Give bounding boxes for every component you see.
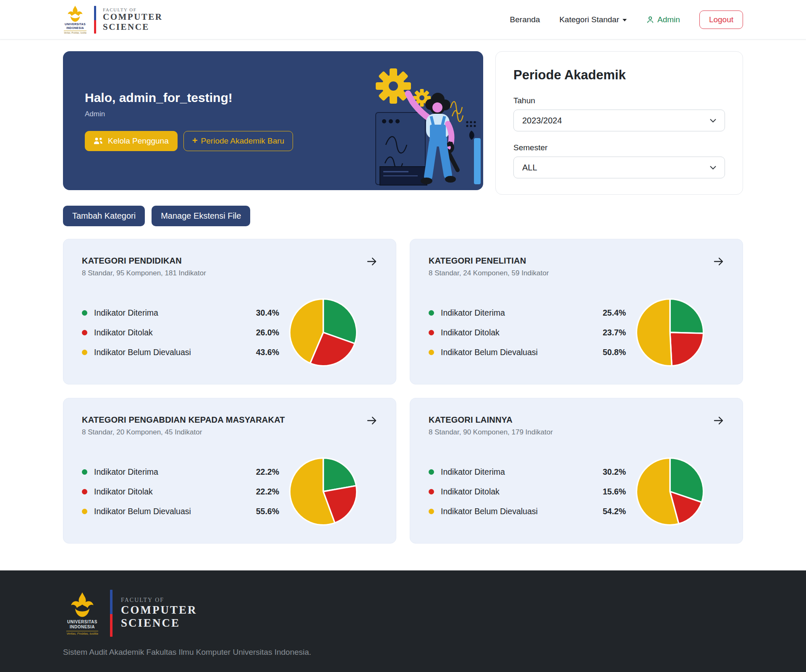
person-icon (646, 16, 654, 24)
faculty-name-line1: COMPUTER (121, 604, 197, 617)
univ-motto: Veritas, Probitas, Iustitia (64, 31, 86, 34)
periode-akademik-baru-button[interactable]: + Periode Akademik Baru (183, 131, 293, 151)
periode-akademik-card: Periode Akademik Tahun 2023/2024 Semeste… (495, 51, 743, 195)
hero-illustration (367, 64, 481, 190)
legend-label: Indikator Diterima (94, 467, 256, 477)
legend-item: Indikator Ditolak26.0% (82, 328, 279, 337)
legend-value: 25.4% (603, 308, 626, 318)
category-subtitle: 8 Standar, 24 Komponen, 59 Indikator (429, 269, 549, 277)
kelola-pengguna-button[interactable]: Kelola Pengguna (85, 131, 178, 151)
periode-title: Periode Akademik (513, 68, 725, 83)
category-card-lainnya: KATEGORI LAINNYA 8 Standar, 90 Komponen,… (410, 398, 743, 544)
category-title: KATEGORI PENELITIAN (429, 256, 549, 266)
legend-label: Indikator Diterima (94, 308, 256, 318)
faculty-of-label: FACULTY OF (121, 597, 197, 604)
legend-dot-yellow (429, 509, 434, 514)
legend-dot-red (429, 489, 434, 494)
hero-role: Admin (85, 110, 293, 118)
legend-label: Indikator Diterima (441, 308, 603, 318)
nav-kategori-standar[interactable]: Kategori Standar (559, 15, 627, 24)
tahun-value: 2023/2024 (522, 116, 562, 126)
legend-item: Indikator Belum Dievaluasi55.6% (82, 507, 279, 516)
univ-name-line2: INDONESIA (70, 625, 95, 629)
app-header: UNIVERSITASINDONESIA Veritas, Probitas, … (0, 0, 806, 39)
legend-item: Indikator Ditolak22.2% (82, 487, 279, 497)
legend-value: 55.6% (256, 507, 279, 516)
legend-item: Indikator Belum Dievaluasi54.2% (429, 507, 626, 516)
category-card-penelitian: KATEGORI PENELITIAN 8 Standar, 24 Kompon… (410, 239, 743, 384)
arrow-right-icon[interactable] (713, 257, 724, 266)
pie-chart (635, 457, 705, 526)
brand-logo[interactable]: UNIVERSITASINDONESIA Veritas, Probitas, … (63, 5, 163, 34)
univ-name-line2: INDONESIA (66, 26, 84, 29)
chevron-down-icon (710, 119, 716, 123)
legend-dot-green (82, 310, 87, 316)
pie-chart (288, 298, 358, 367)
category-subtitle: 8 Standar, 95 Komponen, 181 Indikator (82, 269, 206, 277)
nav-admin[interactable]: Admin (646, 15, 680, 24)
tahun-label: Tahun (513, 96, 725, 105)
logo-divider-bar (94, 6, 96, 34)
hero-greeting: Halo, admin_for_testing! (85, 91, 293, 105)
arrow-right-icon[interactable] (366, 257, 377, 266)
nav-beranda[interactable]: Beranda (510, 15, 540, 24)
users-icon (94, 137, 104, 145)
legend-label: Indikator Belum Dievaluasi (94, 507, 256, 516)
manage-ekstensi-file-button[interactable]: Manage Ekstensi File (152, 206, 250, 226)
nav-kategori-standar-label: Kategori Standar (559, 15, 619, 24)
legend-label: Indikator Belum Dievaluasi (441, 507, 603, 516)
univ-name-line1: UNIVERSITAS (67, 620, 97, 624)
logout-button[interactable]: Logout (699, 10, 743, 29)
app-footer: UNIVERSITASINDONESIA Veritas, Probitas, … (0, 570, 806, 672)
legend-value: 22.2% (256, 467, 279, 477)
arrow-right-icon[interactable] (366, 416, 377, 425)
pie-legend: Indikator Diterima30.2% Indikator Ditola… (429, 467, 626, 516)
legend-item: Indikator Ditolak23.7% (429, 328, 626, 337)
category-subtitle: 8 Standar, 20 Komponen, 45 Indikator (82, 428, 285, 437)
kelola-pengguna-label: Kelola Pengguna (108, 136, 169, 146)
pie-legend: Indikator Diterima22.2% Indikator Ditola… (82, 467, 279, 516)
arrow-right-icon[interactable] (713, 416, 724, 425)
legend-label: Indikator Ditolak (441, 487, 603, 497)
tambah-kategori-button[interactable]: Tambah Kategori (63, 206, 145, 226)
legend-dot-yellow (82, 509, 87, 514)
legend-label: Indikator Ditolak (441, 328, 603, 337)
tahun-select[interactable]: 2023/2024 (513, 110, 725, 131)
makara-icon (66, 5, 84, 23)
admin-label: Admin (657, 15, 680, 24)
univ-name-line1: UNIVERSITAS (65, 23, 86, 26)
univ-motto: Veritas, Probitas, Iustitia (66, 631, 98, 635)
pie-chart (635, 298, 705, 367)
plus-icon: + (192, 136, 198, 145)
chevron-down-icon (710, 166, 716, 170)
legend-label: Indikator Ditolak (94, 487, 256, 497)
legend-item: Indikator Diterima30.4% (82, 308, 279, 318)
logo-divider-bar (110, 590, 113, 637)
legend-value: 26.0% (256, 328, 279, 337)
legend-value: 50.8% (603, 348, 626, 357)
faculty-name-line2: SCIENCE (121, 617, 197, 630)
legend-value: 43.6% (256, 348, 279, 357)
legend-item: Indikator Diterima30.2% (429, 467, 626, 477)
legend-dot-green (429, 469, 434, 475)
chevron-down-icon (623, 19, 627, 21)
legend-dot-green (429, 310, 434, 316)
hero-card: Halo, admin_for_testing! Admin Kelola Pe… (63, 51, 483, 190)
pie-legend: Indikator Diterima25.4% Indikator Ditola… (429, 308, 626, 357)
semester-label: Semester (513, 143, 725, 152)
periode-akademik-baru-label: Periode Akademik Baru (201, 136, 285, 146)
legend-value: 54.2% (603, 507, 626, 516)
semester-select[interactable]: ALL (513, 157, 725, 178)
footer-logo: UNIVERSITASINDONESIA Veritas, Probitas, … (63, 590, 743, 637)
legend-item: Indikator Belum Dievaluasi50.8% (429, 348, 626, 357)
legend-value: 30.4% (256, 308, 279, 318)
legend-label: Indikator Belum Dievaluasi (441, 348, 603, 357)
footer-tagline: Sistem Audit Akademik Fakultas Ilmu Komp… (63, 648, 743, 657)
legend-dot-yellow (82, 350, 87, 355)
main-nav: Beranda Kategori Standar Admin Logout (510, 10, 743, 29)
legend-dot-yellow (429, 350, 434, 355)
legend-dot-red (429, 330, 434, 335)
makara-icon (69, 591, 96, 618)
category-card-pengabdian: KATEGORI PENGABDIAN KEPADA MASYARAKAT 8 … (63, 398, 396, 544)
legend-label: Indikator Belum Dievaluasi (94, 348, 256, 357)
